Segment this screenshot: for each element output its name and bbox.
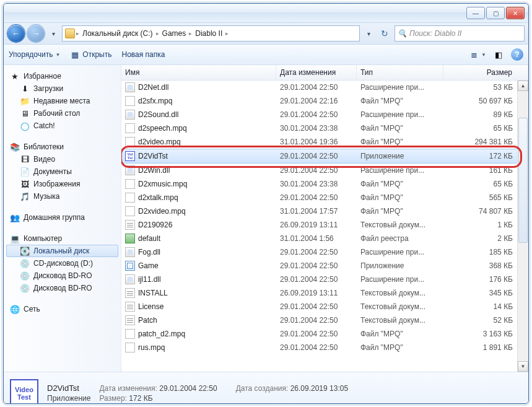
view-menu[interactable]: ≣▼ [469,50,486,59]
scroll-thumb[interactable] [518,118,528,243]
file-name: D2Sound.dll [138,110,178,119]
file-row[interactable]: Patch29.01.2004 22:50Текстовый докум...5… [121,313,528,327]
drive-icon [65,28,75,38]
breadcrumb-item[interactable]: Локальный диск (C:) [81,29,155,38]
help-button[interactable]: ? [511,48,523,61]
file-type: Расширение при... [357,110,443,119]
scrollbar[interactable]: ▲ ▼ [517,81,528,372]
file-row[interactable]: D2xvideo.mpq31.01.2004 17:57Файл "MPQ"74… [121,204,528,218]
scroll-up-button[interactable]: ▲ [518,81,528,91]
file-row[interactable]: Fog.dll29.01.2004 22:50Расширение при...… [121,245,528,259]
file-row[interactable]: License29.01.2004 22:50Текстовый докум..… [121,300,528,313]
file-row[interactable]: Game29.01.2004 22:50Приложение368 КБ [121,259,528,273]
scroll-down-button[interactable]: ▼ [518,361,528,372]
maximize-button[interactable]: ▢ [486,7,505,19]
nav-local-disk[interactable]: 💽Локальный диск [6,245,118,257]
recent-icon: 📁 [20,96,30,106]
path-dropdown[interactable]: ▾ [362,27,375,40]
col-size[interactable]: Размер [443,65,528,80]
new-folder-button[interactable]: Новая папка [121,50,165,59]
details-name: D2VidTst [47,383,79,393]
nav-network[interactable]: 🌐Сеть [6,303,118,315]
file-size: 161 КБ [443,166,528,175]
file-date: 26.09.2019 13:11 [276,221,357,229]
file-date: 29.01.2004 22:50 [276,316,357,325]
nav-computer[interactable]: 💻Компьютер [6,232,118,245]
file-row[interactable]: D2Win.dll29.01.2004 22:50Расширение при.… [121,164,528,177]
open-button[interactable]: ▦ Открыть [70,50,111,59]
file-date: 31.01.2004 17:57 [276,207,357,216]
nav-downloads[interactable]: ⬇Загрузки [6,82,118,95]
file-row[interactable]: INSTALL26.09.2019 13:11Текстовый докум..… [121,286,528,300]
file-row[interactable]: D2Sound.dll29.01.2004 22:50Расширение пр… [121,108,528,121]
nav-videos[interactable]: 🎞Видео [6,153,118,165]
nav-homegroup[interactable]: 👥Домашняя группа [6,211,118,224]
file-row[interactable]: default31.01.2004 1:56Файл реестра2 КБ [121,232,528,245]
file-row[interactable]: ijl11.dll29.01.2004 22:50Расширение при.… [121,273,528,286]
back-button[interactable]: ← [7,25,25,42]
nav-bd-drive[interactable]: 💿Дисковод BD-RO [6,282,118,294]
nav-catch[interactable]: ◯Catch! [6,120,118,132]
file-name: Patch [138,316,157,325]
file-name: d2speech.mpq [138,124,187,133]
cd-icon: 💿 [20,258,30,268]
organize-menu[interactable]: Упорядочить▼ [9,50,60,59]
file-size: 50 697 КБ [443,97,528,105]
breadcrumb-item[interactable]: Diablo II [193,29,224,38]
file-size: 368 КБ [443,261,528,270]
file-row[interactable]: patch_d2.mpq29.01.2004 22:50Файл "MPQ"3 … [121,327,528,341]
file-type: Расширение при... [357,83,443,92]
file-type: Файл "MPQ" [357,180,443,188]
nav-desktop[interactable]: 🖥Рабочий стол [6,107,118,120]
file-name: default [138,234,160,243]
file-type: Приложение [357,261,443,270]
file-date: 31.01.2004 1:56 [276,234,357,243]
file-name: D2190926 [138,221,172,229]
breadcrumb-item[interactable]: Games [160,29,188,38]
close-button[interactable]: ✕ [506,7,525,19]
col-date[interactable]: Дата изменения [276,65,357,80]
file-row[interactable]: d2sfx.mpq29.01.2004 22:16Файл "MPQ"50 69… [121,94,528,108]
file-name: D2xvideo.mpq [138,207,186,216]
file-row[interactable]: d2video.mpq31.01.2004 19:36Файл "MPQ"294… [121,135,528,149]
file-name: D2Win.dll [138,166,170,175]
file-type: Приложение [357,152,443,160]
file-size: 1 КБ [443,221,528,229]
file-date: 29.01.2004 22:16 [276,97,357,105]
file-row[interactable]: D2Net.dll29.01.2004 22:50Расширение при.… [121,81,528,94]
file-row[interactable]: d2xtalk.mpq29.01.2004 22:50Файл "MPQ"565… [121,191,528,204]
file-date: 30.01.2004 23:38 [276,180,357,188]
preview-pane-button[interactable]: ◧ [494,50,504,59]
refresh-button[interactable]: ↻ [377,26,392,41]
file-name: Game [138,261,159,270]
file-row[interactable]: D219092626.09.2019 13:11Текстовый докум.… [121,218,528,232]
col-type[interactable]: Тип [357,65,443,80]
nav-recent[interactable]: 📁Недавние места [6,95,118,107]
breadcrumbs[interactable]: ▸ Локальный диск (C:) ▸ Games ▸ Diablo I… [62,25,360,42]
nav-music[interactable]: 🎵Музыка [6,190,118,203]
search-input[interactable]: 🔍 Поиск: Diablo II [395,25,525,42]
forward-button[interactable]: → [27,25,45,42]
minimize-button[interactable]: — [466,7,485,19]
file-row[interactable]: D2xmusic.mpq30.01.2004 23:38Файл "MPQ"65… [121,177,528,191]
nav-bd-drive[interactable]: 💿Дисковод BD-RO [6,269,118,282]
file-size: 74 807 КБ [443,207,528,216]
file-date: 29.01.2004 22:50 [276,193,357,202]
history-dropdown[interactable]: ▾ [47,27,59,40]
nav-favorites[interactable]: ★Избранное [6,70,118,82]
col-name[interactable]: Имя [121,65,276,80]
catch-icon: ◯ [20,121,30,131]
nav-cd-drive[interactable]: 💿CD-дисковод (D:) [6,257,118,269]
file-row[interactable]: d2speech.mpq30.01.2004 23:38Файл "MPQ"65… [121,121,528,135]
nav-pictures[interactable]: 🖼Изображения [6,178,118,190]
file-size: 345 КБ [443,289,528,297]
file-size: 172 КБ [443,152,528,160]
file-size: 52 КБ [443,316,528,325]
navigation-pane: ★Избранное ⬇Загрузки 📁Недавние места 🖥Ра… [4,65,121,372]
nav-libraries[interactable]: 📚Библиотеки [6,141,118,153]
file-row[interactable]: rus.mpq29.01.2004 22:50Файл "MPQ"1 891 К… [121,341,528,354]
file-type: Файл "MPQ" [357,343,443,352]
file-row[interactable]: VidTstD2VidTst29.01.2004 22:50Приложение… [121,149,528,164]
file-size: 65 КБ [443,180,528,188]
nav-documents[interactable]: 📄Документы [6,165,118,178]
